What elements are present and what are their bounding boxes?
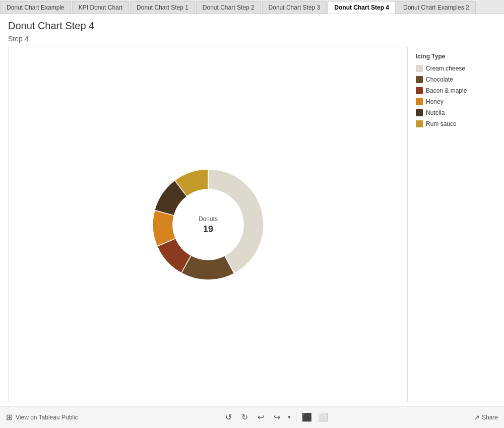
tab-bar: Donut Chart ExampleKPI Donut ChartDonut … [0, 0, 504, 14]
toolbar-divider [296, 412, 296, 422]
tab-donut-chart-step4[interactable]: Donut Chart Step 4 [328, 1, 396, 14]
share-label: Share [482, 414, 498, 421]
tableau-grid-icon: ⊞ [6, 412, 13, 422]
view-on-tableau-button[interactable]: ⊞ View on Tableau Public [6, 412, 78, 422]
donut-center-label: Donuts [198, 216, 217, 223]
legend-item: Chocolate [416, 76, 496, 83]
toolbar: ⊞ View on Tableau Public ↺ ↻ ↩ ↪ ▾ ⬛ ⬜ ↗… [0, 406, 504, 428]
legend-item: Rum sauce [416, 120, 496, 127]
legend-item: Nutella [416, 109, 496, 116]
forward-button[interactable]: ↪ [272, 412, 283, 423]
redo-button[interactable]: ↻ [239, 412, 250, 423]
tab-donut-chart-step1[interactable]: Donut Chart Step 1 [130, 1, 195, 14]
share-button[interactable]: ↗ Share [474, 413, 498, 421]
legend-item: Honey [416, 98, 496, 105]
legend-item-label: Nutella [426, 109, 445, 116]
legend-item-label: Bacon & maple [426, 87, 467, 94]
back-button[interactable]: ↩ [256, 412, 267, 423]
legend-item-label: Honey [426, 98, 444, 105]
legend-swatch [416, 98, 423, 105]
page-title: Donut Chart Step 4 [8, 20, 496, 32]
legend-item: Bacon & maple [416, 87, 496, 94]
toolbar-right: ↗ Share [474, 413, 498, 421]
toolbar-center: ↺ ↻ ↩ ↪ ▾ ⬛ ⬜ [223, 412, 329, 423]
main-content: Donut Chart Step 4 Step 4 Donuts 19 Icin… [0, 14, 504, 406]
legend-item-label: Cream cheese [426, 65, 465, 72]
donut-chart-svg: Donuts 19 [138, 154, 279, 295]
legend-items: Cream cheeseChocolateBacon & mapleHoneyN… [416, 65, 496, 127]
chart-area: Donuts 19 Icing Type Cream cheeseChocola… [8, 47, 496, 402]
legend-item-label: Chocolate [426, 76, 453, 83]
share-icon: ↗ [474, 413, 480, 421]
dropdown-arrow[interactable]: ▾ [288, 414, 291, 420]
legend-title: Icing Type [416, 53, 496, 60]
tab-donut-chart-examples2[interactable]: Donut Chart Examples 2 [397, 1, 476, 14]
expand-button[interactable]: ⬜ [318, 412, 329, 423]
step-label: Step 4 [8, 35, 496, 43]
tab-donut-chart-step2[interactable]: Donut Chart Step 2 [196, 1, 261, 14]
tab-donut-chart-step3[interactable]: Donut Chart Step 3 [262, 1, 327, 14]
chart-canvas: Donuts 19 [8, 47, 408, 402]
legend-swatch [416, 87, 423, 94]
legend-swatch [416, 109, 423, 116]
tab-donut-chart-example[interactable]: Donut Chart Example [0, 1, 71, 14]
undo-button[interactable]: ↺ [223, 412, 234, 423]
legend-item-label: Rum sauce [426, 120, 457, 127]
legend-swatch [416, 120, 423, 127]
legend-panel: Icing Type Cream cheeseChocolateBacon & … [408, 47, 496, 402]
legend-swatch [416, 76, 423, 83]
legend-swatch [416, 65, 423, 72]
view-on-tableau-label: View on Tableau Public [16, 414, 78, 421]
donut-center-value: 19 [203, 224, 213, 234]
legend-item: Cream cheese [416, 65, 496, 72]
tab-kpi-donut-chart[interactable]: KPI Donut Chart [72, 1, 129, 14]
download-button[interactable]: ⬛ [301, 412, 312, 423]
